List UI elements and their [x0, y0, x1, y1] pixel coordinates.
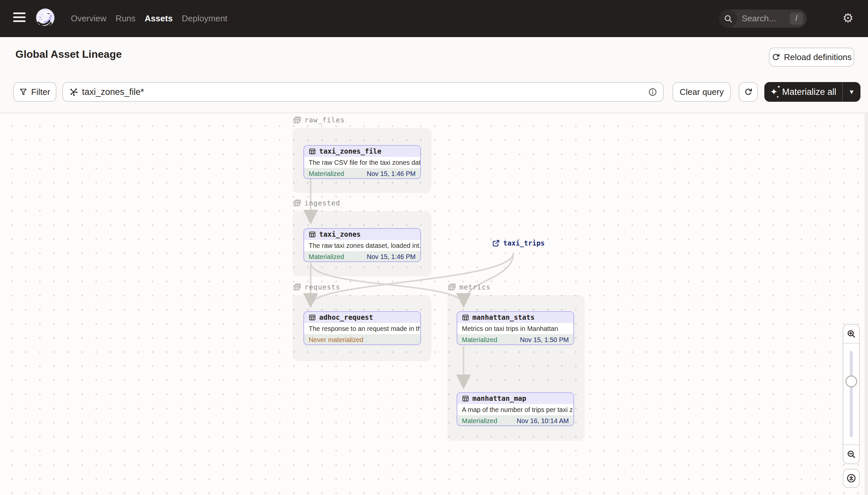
nav-item-deployment[interactable]: Deployment: [182, 14, 227, 24]
asset-node-manhattan-map[interactable]: manhattan_map A map of the number of tri…: [457, 392, 574, 426]
status-badge: Materialized: [462, 336, 497, 344]
asset-description: The raw taxi zones dataset, loaded int..…: [304, 240, 420, 251]
group-label-raw-files[interactable]: raw_files: [293, 116, 345, 124]
filter-funnel-icon: [19, 88, 27, 96]
asset-description: Metrics on taxi trips in Manhattan: [457, 323, 573, 334]
asset-node-taxi-zones[interactable]: taxi_zones The raw taxi zones dataset, l…: [303, 228, 421, 262]
status-badge: Materialized: [309, 253, 344, 261]
zoom-in-button[interactable]: [844, 325, 859, 344]
table-icon: [309, 231, 316, 238]
refresh-button[interactable]: [739, 82, 758, 102]
asset-node-manhattan-stats[interactable]: manhattan_stats Metrics on taxi trips in…: [457, 311, 574, 345]
top-nav: Overview Runs Assets Deployment / ⚙: [0, 0, 868, 37]
status-badge: Never materialized: [309, 336, 364, 344]
zoom-out-button[interactable]: [844, 444, 859, 463]
clear-query-button[interactable]: Clear query: [672, 82, 731, 102]
nav-item-overview[interactable]: Overview: [71, 14, 106, 24]
external-asset-taxi-trips[interactable]: taxi_trips: [492, 239, 545, 247]
asset-selection-input[interactable]: [82, 87, 648, 97]
materialization-timestamp[interactable]: Nov 15, 1:46 PM: [367, 170, 415, 177]
group-icon: [293, 199, 301, 207]
table-icon: [462, 395, 469, 402]
table-icon: [309, 314, 316, 321]
settings-gear-icon[interactable]: ⚙: [843, 12, 854, 24]
materialize-all-button[interactable]: ✦✦✦ Materialize all ▾: [764, 82, 861, 102]
download-icon: [846, 473, 856, 483]
status-badge: Materialized: [462, 417, 497, 425]
materialization-timestamp[interactable]: Nov 16, 10:14 AM: [517, 417, 569, 425]
nav-item-assets[interactable]: Assets: [145, 14, 173, 24]
asset-node-adhoc-request[interactable]: adhoc_request The response to an request…: [303, 311, 421, 345]
lineage-toolbar: Filter Clear query ✦✦✦: [0, 82, 868, 102]
group-label-requests[interactable]: requests: [293, 283, 340, 291]
zoom-out-icon: [847, 450, 856, 459]
asset-description: The raw CSV file for the taxi zones dat.…: [304, 157, 420, 168]
search-input[interactable]: [737, 14, 790, 24]
refresh-icon: [744, 88, 752, 96]
zoom-control: [843, 324, 860, 464]
asset-graph-icon: [69, 87, 78, 97]
nav-links: Overview Runs Assets Deployment: [71, 0, 227, 37]
search-icon: [719, 10, 737, 28]
nav-item-runs[interactable]: Runs: [116, 14, 136, 24]
asset-description: A map of the number of trips per taxi z.…: [457, 404, 573, 415]
asset-selection-input-box[interactable]: [62, 82, 663, 102]
global-search[interactable]: /: [719, 10, 807, 28]
dagster-logo[interactable]: [34, 7, 57, 30]
materialize-dropdown-caret[interactable]: ▾: [842, 82, 861, 102]
group-icon: [293, 283, 301, 291]
status-badge: Materialized: [309, 170, 344, 177]
table-icon: [462, 314, 469, 321]
group-label-metrics[interactable]: metrics: [448, 283, 491, 291]
zoom-slider[interactable]: [844, 344, 859, 444]
group-icon: [293, 116, 301, 124]
materialization-timestamp[interactable]: Nov 15, 1:46 PM: [367, 253, 415, 261]
filter-button[interactable]: Filter: [13, 82, 56, 102]
query-info-icon[interactable]: [648, 88, 657, 97]
hamburger-menu-icon[interactable]: [13, 13, 25, 24]
reload-icon: [772, 53, 780, 62]
asset-description: The response to an request made in th...: [304, 323, 420, 334]
lineage-edges: [0, 113, 868, 495]
download-image-button[interactable]: [843, 469, 860, 488]
reload-definitions-button[interactable]: Reload definitions: [769, 48, 854, 67]
external-link-icon: [492, 239, 500, 247]
lineage-canvas[interactable]: raw_files ingested requests metrics taxi…: [0, 113, 868, 495]
group-icon: [448, 283, 456, 291]
sparkle-icon: ✦✦✦: [770, 88, 778, 97]
zoom-slider-thumb[interactable]: [845, 376, 857, 387]
asset-node-taxi-zones-file[interactable]: taxi_zones_file The raw CSV file for the…: [303, 145, 421, 179]
header-region: Global Asset Lineage Reload definitions …: [0, 37, 868, 113]
group-label-ingested[interactable]: ingested: [293, 199, 340, 207]
search-shortcut-badge: /: [790, 13, 803, 24]
zoom-in-icon: [847, 329, 856, 338]
page-title: Global Asset Lineage: [15, 48, 122, 61]
materialization-timestamp[interactable]: Nov 15, 1:50 PM: [520, 336, 569, 344]
table-icon: [309, 148, 316, 155]
zoom-slider-track[interactable]: [850, 351, 853, 437]
